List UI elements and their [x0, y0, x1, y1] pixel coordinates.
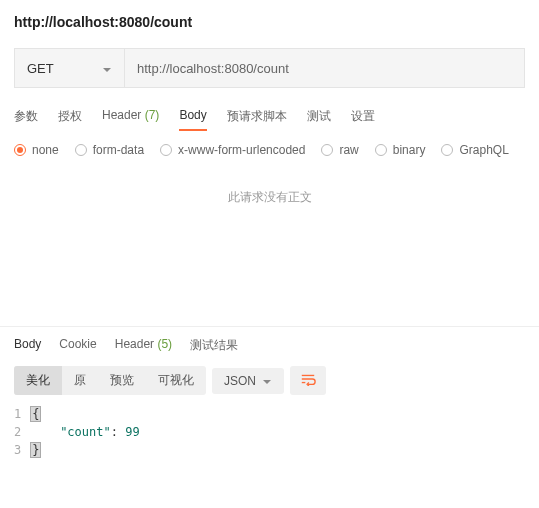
view-raw-button[interactable]: 原 [62, 366, 98, 395]
resp-tab-headers-label: Header [115, 337, 154, 351]
tab-prerequest[interactable]: 预请求脚本 [227, 102, 287, 131]
tab-headers-label: Header [102, 108, 141, 122]
radio-xwww-label: x-www-form-urlencoded [178, 143, 305, 157]
radio-icon [75, 144, 87, 156]
tab-headers[interactable]: Header (7) [102, 102, 159, 131]
format-value: JSON [224, 374, 256, 388]
resp-tab-headers[interactable]: Header (5) [115, 337, 172, 354]
method-value: GET [27, 61, 54, 76]
chevron-down-icon [262, 376, 272, 386]
view-preview-button[interactable]: 预览 [98, 366, 146, 395]
response-code: 123 { "count": 99 } [0, 405, 539, 473]
radio-graphql-label: GraphQL [459, 143, 508, 157]
tab-auth[interactable]: 授权 [58, 102, 82, 131]
indent [31, 425, 60, 439]
tab-params[interactable]: 参数 [14, 102, 38, 131]
view-visualize-button[interactable]: 可视化 [146, 366, 206, 395]
response-toolbar: 美化 原 预览 可视化 JSON [0, 362, 539, 405]
radio-none-label: none [32, 143, 59, 157]
url-input[interactable] [125, 49, 524, 87]
method-select[interactable]: GET [15, 49, 125, 87]
format-select[interactable]: JSON [212, 368, 284, 394]
brace-open: { [31, 407, 40, 421]
code-lines[interactable]: { "count": 99 } [31, 405, 139, 459]
json-value: 99 [125, 425, 139, 439]
request-tabs: 参数 授权 Header (7) Body 预请求脚本 测试 设置 [0, 102, 539, 131]
radio-binary-label: binary [393, 143, 426, 157]
response-tabs: Body Cookie Header (5) 测试结果 [0, 327, 539, 362]
colon: : [111, 425, 125, 439]
tab-settings[interactable]: 设置 [351, 102, 375, 131]
body-type-options: none form-data x-www-form-urlencoded raw… [0, 131, 539, 167]
radio-formdata-label: form-data [93, 143, 144, 157]
radio-icon [14, 144, 26, 156]
radio-xwww[interactable]: x-www-form-urlencoded [160, 143, 305, 157]
tab-headers-count: (7) [145, 108, 160, 122]
empty-body-message: 此请求没有正文 [0, 167, 539, 326]
wrap-lines-button[interactable] [290, 366, 326, 395]
radio-graphql[interactable]: GraphQL [441, 143, 508, 157]
resp-tab-headers-count: (5) [157, 337, 172, 351]
request-row: GET [14, 48, 525, 88]
radio-icon [321, 144, 333, 156]
radio-icon [160, 144, 172, 156]
json-key: "count" [60, 425, 111, 439]
radio-raw[interactable]: raw [321, 143, 358, 157]
radio-icon [375, 144, 387, 156]
tab-body[interactable]: Body [179, 102, 206, 131]
wrap-icon [300, 372, 316, 389]
resp-tab-cookie[interactable]: Cookie [59, 337, 96, 354]
view-mode-group: 美化 原 预览 可视化 [14, 366, 206, 395]
radio-none[interactable]: none [14, 143, 59, 157]
request-title: http://localhost:8080/count [14, 14, 192, 30]
radio-icon [441, 144, 453, 156]
chevron-down-icon [102, 63, 112, 73]
resp-tab-testresults[interactable]: 测试结果 [190, 337, 238, 354]
radio-binary[interactable]: binary [375, 143, 426, 157]
resp-tab-body[interactable]: Body [14, 337, 41, 354]
line-gutter: 123 [14, 405, 31, 459]
tab-tests[interactable]: 测试 [307, 102, 331, 131]
brace-close: } [31, 443, 40, 457]
view-pretty-button[interactable]: 美化 [14, 366, 62, 395]
radio-raw-label: raw [339, 143, 358, 157]
radio-formdata[interactable]: form-data [75, 143, 144, 157]
